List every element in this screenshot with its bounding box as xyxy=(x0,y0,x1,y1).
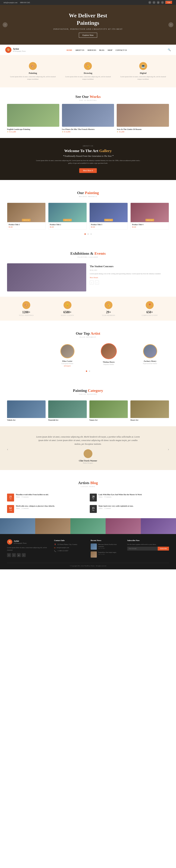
exhibition-date: 08 04, 2021 xyxy=(90,269,169,271)
testimonial-next[interactable]: › xyxy=(168,447,169,451)
news-image-2 xyxy=(91,551,97,558)
blog-title-3[interactable]: Morbi odio eros, volutpat ac placerat vi… xyxy=(16,505,86,507)
nav-contact[interactable]: Contact Us xyxy=(115,49,127,51)
exhibition-next[interactable]: › xyxy=(95,281,99,284)
hero-subtitle: INNOVATION, PERFECTION AND CREATIVITY AT… xyxy=(53,28,123,30)
gallery-cta-button[interactable]: Meet More It xyxy=(79,168,97,173)
subscribe-form: Subscribe xyxy=(127,547,169,551)
email-contact: info@example.com xyxy=(3,2,18,3)
stat-icon-4: 📍 xyxy=(146,301,154,309)
hero-next-arrow[interactable]: › xyxy=(169,22,173,27)
add-to-cart-3[interactable]: Add to Cart xyxy=(104,219,113,221)
dot-1[interactable] xyxy=(85,234,86,235)
add-to-cart-2[interactable]: Add to Cart xyxy=(63,219,72,221)
cat-card-4[interactable]: Desert Art xyxy=(130,400,169,421)
artist-dots xyxy=(7,369,169,372)
blog-date-3: 62 Aug xyxy=(7,505,14,513)
artist-avatar-3 xyxy=(144,345,157,358)
footer-gallery-4 xyxy=(106,518,141,534)
exhibition-event-title: The Student Concours xyxy=(90,265,169,268)
phone-icon: 📞 xyxy=(54,550,56,552)
nav-menu: Home About Us Services Blog Shop Contact… xyxy=(66,48,127,52)
exhibition-image xyxy=(7,263,86,291)
cart-button[interactable]: Cart xyxy=(165,1,173,4)
works-sub: TOP 10 PAINTING xyxy=(10,99,166,101)
pinterest-icon[interactable]: p xyxy=(157,1,159,4)
cat-card-1[interactable]: Vehicle Art xyxy=(7,400,46,421)
blog-title-4[interactable]: Rejuv land every very cattle replenish s… xyxy=(98,505,169,507)
artist-sub: PLAN INTEREST xyxy=(10,336,166,338)
footer-subscribe: Subscribe Now Get the latest updates del… xyxy=(127,539,169,559)
blog-card-3: 62 Aug Morbi odio eros, volutpat ac plac… xyxy=(7,505,86,513)
facebook-icon[interactable]: f xyxy=(148,1,151,4)
more-details-link[interactable]: More Details xyxy=(90,277,98,278)
nav-services[interactable]: Services xyxy=(87,49,96,51)
footer-facebook[interactable]: f xyxy=(7,553,11,557)
search-icon[interactable]: 🔍 xyxy=(168,48,171,51)
news-text-2[interactable]: Suspendisse vitae tempor augue. xyxy=(98,551,117,554)
footer-subscribe-desc: Get the latest updates delivered to your… xyxy=(127,544,169,545)
news-text-1[interactable]: Maecenas lobortis Facilisis from commodo… xyxy=(98,544,122,548)
blog-title: Artists Blog xyxy=(10,480,166,485)
subscribe-email-input[interactable] xyxy=(127,547,158,551)
artist-card-2: Thelma Hayes Snapshot Painter xyxy=(90,344,127,367)
exhibition-prev[interactable]: ‹ xyxy=(90,281,94,284)
nav-home[interactable]: Home xyxy=(66,49,72,51)
service-digital-desc: Lorem ipsum dolor sit amet, consectetur … xyxy=(120,75,166,80)
work-price-1: ★ $ 4 2,400 xyxy=(7,131,59,133)
footer-subscribe-title: Subscribe Now xyxy=(127,539,169,541)
stat-label-4: COMPLETED EVENT xyxy=(130,315,169,316)
blog-meta-1: Admin 5 Comments xyxy=(16,496,86,498)
hero-cta-button[interactable]: Explore Now xyxy=(79,33,97,38)
stat-label-1: TOTAL PAINTINGS xyxy=(7,315,46,316)
artist-dot-2[interactable] xyxy=(89,371,90,372)
instagram-icon[interactable]: i xyxy=(161,1,164,4)
footer-pinterest[interactable]: p xyxy=(17,553,21,557)
nav-about[interactable]: About Us xyxy=(75,49,84,51)
dot-3[interactable] xyxy=(90,234,92,235)
painting-card-1: Add to Cart Product Title 1 $5.00 xyxy=(7,203,46,229)
hero-title: We Deliver BestPaintings xyxy=(69,12,107,27)
blog-title-2[interactable]: Lady With Blue Eyes And White Hat the Ma… xyxy=(98,494,169,496)
nav-blog[interactable]: Blog xyxy=(99,49,105,51)
dot-2[interactable] xyxy=(87,234,89,235)
hero-prev-arrow[interactable]: ‹ xyxy=(3,22,7,27)
news-item-2: Suspendisse vitae tempor augue. July 12,… xyxy=(91,551,122,558)
nav-shop[interactable]: Shop xyxy=(108,49,112,51)
logo[interactable]: 🎨 Artist & Photography Theme xyxy=(5,47,26,53)
artist-role-2: Snapshot Painter xyxy=(90,364,127,365)
painting-title-4: Product Title 4 xyxy=(132,224,167,225)
painting-sub: RECENT PROJECT xyxy=(10,196,166,197)
artist-dot-1[interactable] xyxy=(86,371,87,372)
footer-gallery-1 xyxy=(0,518,35,534)
service-painting: 🎨 Painting Lorem ipsum dolor sit amet, c… xyxy=(7,59,59,83)
stat-1: 🎨 1200+ TOTAL PAINTINGS xyxy=(7,301,46,316)
blog-date-4: 15 Sep xyxy=(90,505,97,513)
stat-icon-3: ✏️ xyxy=(105,301,113,309)
painting-image-1: Add to Cart xyxy=(7,203,46,222)
work-card-2: Les Fleurs De Mis/ The French Masters ★ … xyxy=(62,104,114,133)
add-to-cart-1[interactable]: Add to Cart xyxy=(22,219,31,221)
cat-card-2[interactable]: Waterfall Art xyxy=(48,400,87,421)
artist-section: Our Top Artist PLAN INTEREST Elisa Carte… xyxy=(0,321,176,378)
category-sub: TOP OF PAINTING xyxy=(10,393,166,395)
artist-card-1: Elisa Carter Conceptual Painter @instagr… xyxy=(49,344,86,367)
footer-gallery-5 xyxy=(141,518,176,534)
exhibitions-title: Exhibitions & Events xyxy=(10,251,166,256)
add-to-cart-4[interactable]: Add to Cart xyxy=(145,219,154,221)
footer-twitter[interactable]: t xyxy=(12,553,16,557)
blog-title-1[interactable]: Phasellus et nisl tellus From facilisis … xyxy=(16,494,86,496)
category-grid: Vehicle Art Waterfall Art Nature Art Des… xyxy=(7,400,169,421)
cat-image-2 xyxy=(48,400,87,418)
work-title-2: Les Fleurs De Mis/ The French Masters xyxy=(62,128,114,130)
artist-social-1[interactable]: @instagram xyxy=(49,365,86,367)
news-image-1 xyxy=(91,544,97,550)
navbar: 🎨 Artist & Photography Theme Home About … xyxy=(0,45,176,55)
painting-title-1: Product Title 1 xyxy=(9,224,44,225)
cat-card-3[interactable]: Nature Art xyxy=(89,400,128,421)
footer-instagram[interactable]: i xyxy=(22,553,26,557)
exhibitions-section: Exhibitions & Events PAINTING GALLERY Th… xyxy=(0,241,176,297)
subscribe-button[interactable]: Subscribe xyxy=(158,547,169,551)
footer-logo-name: Artist xyxy=(14,540,27,542)
twitter-icon[interactable]: t xyxy=(153,1,155,4)
